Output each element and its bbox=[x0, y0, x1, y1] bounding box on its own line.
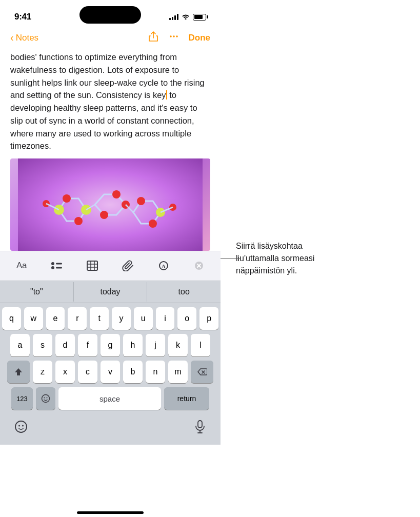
svg-point-11 bbox=[74, 217, 83, 225]
svg-point-1 bbox=[173, 35, 175, 37]
text-format-button[interactable]: Aa bbox=[12, 256, 31, 275]
key-z[interactable]: z bbox=[33, 361, 52, 383]
key-m[interactable]: m bbox=[168, 361, 188, 383]
annotation-text: Siirrä lisäyskohtaaliu'uttamalla sormeas… bbox=[236, 240, 314, 277]
key-s[interactable]: s bbox=[33, 334, 52, 356]
keyboard-row-3: z x c v b n m bbox=[2, 361, 218, 383]
key-x[interactable]: x bbox=[55, 361, 75, 383]
close-toolbar-button[interactable] bbox=[190, 256, 208, 275]
note-text: bodies' functions to optimize everything… bbox=[10, 52, 205, 150]
key-p[interactable]: p bbox=[199, 307, 218, 330]
svg-point-23 bbox=[51, 262, 54, 265]
return-key[interactable]: return bbox=[164, 387, 209, 410]
autocorrect-item-1[interactable]: "to" bbox=[0, 282, 74, 302]
key-h[interactable]: h bbox=[123, 334, 143, 356]
battery-icon bbox=[193, 14, 206, 21]
emoji-bottom-icon[interactable] bbox=[14, 420, 28, 436]
keyboard-row-4: 123 space return bbox=[2, 387, 218, 410]
back-button[interactable]: ‹ Notes bbox=[10, 32, 38, 44]
status-time: 9:41 bbox=[14, 12, 31, 22]
key-u[interactable]: u bbox=[134, 307, 153, 330]
done-button[interactable]: Done bbox=[189, 33, 211, 43]
autocorrect-item-2[interactable]: today bbox=[74, 282, 148, 302]
key-t[interactable]: t bbox=[90, 307, 109, 330]
svg-point-2 bbox=[176, 35, 178, 37]
svg-point-43 bbox=[18, 425, 20, 427]
key-b[interactable]: b bbox=[123, 361, 143, 383]
more-options-icon[interactable] bbox=[168, 31, 179, 45]
key-q[interactable]: q bbox=[2, 307, 21, 330]
key-j[interactable]: j bbox=[146, 334, 165, 356]
svg-point-15 bbox=[137, 197, 145, 205]
list-format-button[interactable] bbox=[48, 256, 66, 275]
svg-rect-27 bbox=[87, 261, 97, 270]
svg-point-10 bbox=[63, 194, 71, 203]
svg-point-40 bbox=[44, 397, 45, 399]
key-e[interactable]: e bbox=[46, 307, 65, 330]
home-indicator bbox=[77, 511, 144, 514]
molecule-image bbox=[10, 158, 210, 251]
key-f[interactable]: f bbox=[78, 334, 97, 356]
table-button[interactable] bbox=[83, 256, 102, 275]
key-r[interactable]: r bbox=[68, 307, 87, 330]
key-g[interactable]: g bbox=[101, 334, 120, 356]
key-l[interactable]: l bbox=[191, 334, 210, 356]
svg-point-16 bbox=[149, 220, 157, 228]
format-toolbar: Aa A bbox=[0, 251, 221, 281]
svg-point-41 bbox=[47, 397, 48, 399]
svg-point-39 bbox=[42, 395, 50, 403]
svg-rect-25 bbox=[56, 263, 62, 265]
emoji-key[interactable] bbox=[36, 387, 55, 410]
keyboard: q w e r t y u i o p a s d f g h j k l bbox=[0, 303, 221, 416]
key-w[interactable]: w bbox=[24, 307, 43, 330]
svg-point-42 bbox=[15, 421, 27, 432]
space-key[interactable]: space bbox=[58, 387, 161, 410]
svg-text:A: A bbox=[162, 263, 166, 269]
key-d[interactable]: d bbox=[55, 334, 75, 356]
key-c[interactable]: c bbox=[78, 361, 97, 383]
annotation-panel: Siirrä lisäyskohtaaliu'uttamalla sormeas… bbox=[221, 0, 420, 517]
nav-actions: Done bbox=[148, 31, 211, 45]
svg-point-14 bbox=[100, 211, 108, 219]
note-body[interactable]: bodies' functions to optimize everything… bbox=[0, 49, 221, 158]
svg-point-24 bbox=[51, 266, 54, 269]
keyboard-row-1: q w e r t y u i o p bbox=[2, 307, 218, 330]
back-label: Notes bbox=[16, 33, 38, 43]
chevron-left-icon: ‹ bbox=[10, 32, 14, 44]
key-k[interactable]: k bbox=[168, 334, 188, 356]
svg-point-12 bbox=[112, 190, 121, 198]
key-v[interactable]: v bbox=[101, 361, 120, 383]
svg-rect-26 bbox=[56, 267, 62, 269]
key-a[interactable]: a bbox=[10, 334, 30, 356]
bottom-bar bbox=[0, 416, 221, 445]
key-o[interactable]: o bbox=[177, 307, 196, 330]
svg-point-44 bbox=[22, 425, 24, 427]
numbers-key[interactable]: 123 bbox=[11, 387, 33, 410]
autocorrect-item-3[interactable]: too bbox=[147, 282, 221, 302]
shift-key[interactable] bbox=[7, 361, 30, 383]
status-icons bbox=[169, 13, 206, 21]
share-icon[interactable] bbox=[148, 31, 159, 45]
key-i[interactable]: i bbox=[156, 307, 175, 330]
delete-key[interactable] bbox=[191, 361, 213, 383]
dynamic-island bbox=[79, 6, 141, 24]
microphone-icon[interactable] bbox=[194, 420, 206, 436]
signal-icon bbox=[169, 14, 178, 20]
svg-point-0 bbox=[170, 35, 172, 37]
autocorrect-bar: "to" today too bbox=[0, 281, 221, 303]
svg-rect-45 bbox=[198, 421, 202, 428]
annotation-line bbox=[221, 258, 241, 259]
markup-button[interactable]: A bbox=[154, 256, 173, 275]
attachment-button[interactable] bbox=[119, 256, 137, 275]
wifi-icon bbox=[182, 13, 190, 21]
key-y[interactable]: y bbox=[112, 307, 131, 330]
keyboard-row-2: a s d f g h j k l bbox=[2, 334, 218, 356]
key-n[interactable]: n bbox=[146, 361, 165, 383]
nav-bar: ‹ Notes Done bbox=[0, 27, 221, 49]
